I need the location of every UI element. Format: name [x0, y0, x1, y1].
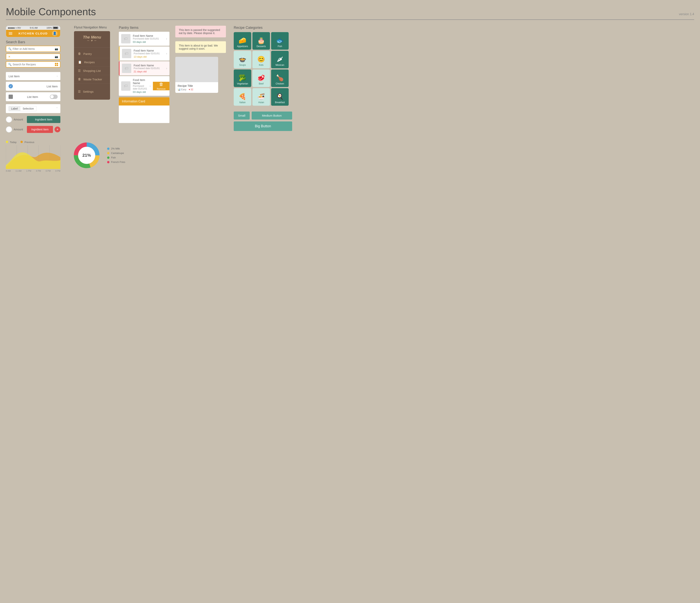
pantry-chevron-2: ›	[166, 52, 167, 55]
donut-chart: 21% 2% Milk Cantaloupe Fish French Fries	[72, 141, 125, 170]
small-button[interactable]: Small	[234, 111, 250, 120]
ingredient-row-1: Amount Ingridient Item	[6, 116, 60, 123]
fries-dot	[107, 161, 109, 163]
category-soups[interactable]: 🍲 Soups	[234, 51, 251, 68]
category-mexican[interactable]: 🌶 Mexican	[271, 51, 289, 68]
pantry-item-swipe[interactable]: 🏷 Food Item Name Purchased date 01/01/01…	[119, 76, 170, 96]
pantry-item-2-info: Food Item Name Purchased date 01/01/01 1…	[133, 49, 164, 58]
pantry-item-2-date: Purchased date 01/01/01	[133, 52, 164, 55]
label-select-left: Label Selection	[8, 106, 36, 111]
fish-icon: 🐟	[276, 37, 284, 44]
chart-x-labels: 8 AM 11 AM 1 PM 4 PM 6 PM 8 PM	[6, 170, 60, 172]
nav-item-waste[interactable]: 🗑 Waste Tracker	[74, 75, 110, 83]
nav-item-settings[interactable]: ☰ Settings	[74, 87, 110, 96]
pantry-item-swipe-main: 🏷 Food Item Name Purchased date 01/01/01…	[119, 76, 153, 96]
soups-icon: 🍲	[239, 55, 246, 63]
ingredient-btn-2[interactable]: Ingridient Item	[27, 126, 53, 133]
x-label-6pm: 6 PM	[46, 170, 51, 172]
pantry-item-2[interactable]: 🏷 Food Item Name Purchased date 01/01/01…	[119, 47, 170, 60]
today-dot	[6, 141, 8, 143]
search-input-3[interactable]	[12, 63, 55, 66]
radio-button-1[interactable]	[6, 116, 12, 123]
list-item-3[interactable]: List Item	[6, 92, 60, 101]
nav-item-recipes[interactable]: 📋 Recipes	[74, 58, 110, 67]
wifi-icon: ▾	[16, 27, 17, 29]
search-icon-1: 🔍	[8, 47, 11, 50]
asian-icon: 🍜	[257, 93, 265, 100]
appetizers-icon: 🧀	[239, 37, 246, 44]
list-items-section: List Item › ✓ List Item List Item	[6, 72, 60, 101]
recipe-card-image	[175, 57, 218, 82]
vegetarian-icon: 🥦	[239, 74, 246, 82]
chicken-icon: 🍗	[276, 74, 284, 82]
search-bar-1[interactable]: 🔍 📷	[6, 46, 60, 52]
category-beef[interactable]: 🥩 Beef	[252, 70, 270, 87]
nav-item-shopping[interactable]: ☰ Shopping List	[74, 67, 110, 75]
hamburger-menu-icon[interactable]	[9, 32, 12, 35]
category-kids-label: Kids	[259, 64, 263, 67]
delete-label: Remove	[157, 87, 166, 90]
category-kids[interactable]: 😊 Kids	[252, 51, 270, 68]
beef-icon: 🥩	[257, 74, 265, 82]
list-item-2[interactable]: ✓ List Item	[6, 82, 60, 91]
category-chicken[interactable]: 🍗 Chicken	[271, 70, 289, 87]
grid-view-icon[interactable]	[55, 63, 58, 66]
category-appetizers[interactable]: 🧀 Appetizers	[234, 32, 251, 50]
pantry-item-1[interactable]: 🏷 Food Item Name Purchased date 01/01/01…	[119, 32, 170, 46]
category-asian[interactable]: 🍜 Asian	[252, 88, 270, 106]
pantry-item-1-image: 🏷	[121, 34, 130, 44]
camera-icon-1[interactable]: 📷	[55, 47, 58, 50]
category-italian-label: Italian	[240, 101, 246, 104]
clear-icon[interactable]: ✕	[8, 55, 10, 58]
square-icon	[8, 95, 13, 99]
pantry-item-swipe-date: Purchased date 01/01/01	[133, 85, 147, 90]
label-tag: Label	[8, 106, 20, 111]
category-fish[interactable]: 🐟 Fish	[271, 32, 289, 50]
pantry-item-1-date: Purchased date 01/01/01	[133, 37, 164, 40]
radio-button-2[interactable]	[6, 126, 12, 133]
add-ingredient-button[interactable]: +	[54, 127, 60, 132]
toggle-switch[interactable]	[50, 95, 58, 99]
category-breakfast[interactable]: 🍳 Breakfast	[271, 88, 289, 106]
app-title: KITCHEN CLOUD	[19, 32, 48, 35]
ingredient-btn-1[interactable]: Ingridient Item	[27, 116, 60, 123]
phone-header: KITCHEN CLOUD 👤	[6, 30, 60, 37]
pantry-item-3[interactable]: 🏷 Food Item Name Purchased date 01/01/01…	[119, 61, 170, 75]
mexican-icon: 🌶	[277, 56, 283, 63]
category-desserts[interactable]: 🎂 Desserts	[252, 32, 270, 50]
camera-icon-2[interactable]: 📷	[55, 55, 58, 58]
pantry-item-1-name: Food Item Name	[133, 34, 164, 37]
delete-button[interactable]: 🗑 Remove	[153, 82, 170, 90]
status-left: ▾ INV	[8, 27, 21, 29]
nav-item-pantry[interactable]: 🗑 Pantry	[74, 50, 110, 58]
chart-svg	[6, 146, 60, 169]
pantry-chevron-3: ›	[166, 67, 167, 70]
milk-label: 2% Milk	[111, 147, 120, 150]
search-input-2[interactable]	[12, 55, 55, 58]
medium-button[interactable]: Medium Button	[252, 111, 292, 120]
waste-icon: 🗑	[78, 77, 81, 81]
list-item-1[interactable]: List Item ›	[6, 72, 60, 80]
list-item-2-text: List Item	[47, 85, 58, 88]
category-vegetarian[interactable]: 🥦 Vegetarian	[234, 70, 251, 87]
column-alerts: This item is passed the suggested eat by…	[175, 26, 228, 93]
flyout-nav-menu: The Menu — ⚙ — 🗑 Pantry 📋 Recipes ☰ Shop…	[74, 31, 110, 100]
pantry-item-1-info: Food Item Name Purchased date 01/01/01 0…	[133, 34, 164, 44]
recipe-card[interactable]: Recipe Title 📊 Easy ♥ 32	[175, 57, 218, 93]
big-button[interactable]: Big Button	[234, 122, 292, 131]
shopping-icon: ☰	[78, 69, 81, 73]
user-avatar-icon[interactable]: 👤	[52, 31, 57, 36]
label-selection[interactable]: Label Selection ˅	[6, 104, 60, 113]
category-grid: 🧀 Appetizers 🎂 Desserts 🐟 Fish 🍲 Soups 😊…	[234, 32, 292, 106]
list-item-1-text: List Item	[8, 75, 20, 78]
battery-percent: 100%	[47, 27, 52, 29]
previous-legend: Previous	[21, 141, 34, 143]
search-input-1[interactable]	[12, 47, 55, 50]
search-bar-2[interactable]: ✕ 📷	[6, 54, 60, 60]
info-card-header: Information Card	[119, 97, 170, 105]
area-chart: Today Previous 8 AM	[6, 141, 60, 172]
list-item-3-text: List Item	[27, 95, 38, 99]
category-italian[interactable]: 🍕 Italian	[234, 88, 251, 106]
pantry-item-3-age: 21 days old	[133, 70, 164, 73]
search-bar-recipes[interactable]: 🔍	[6, 61, 60, 68]
